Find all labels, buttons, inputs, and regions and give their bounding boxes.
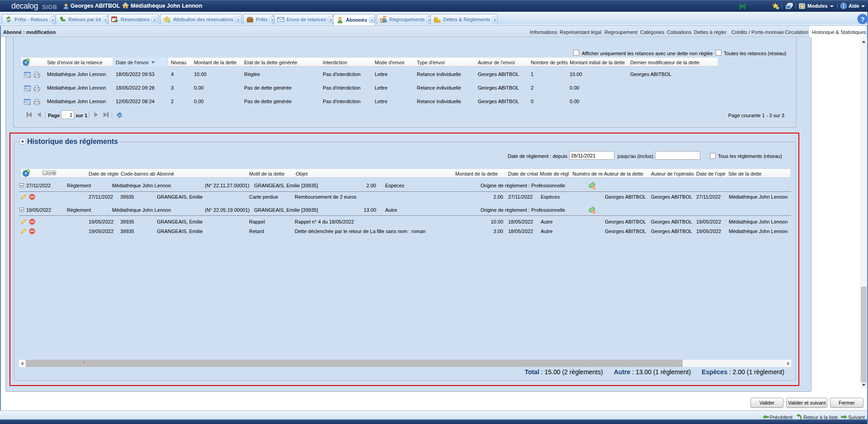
- svg-text:?: ?: [860, 15, 864, 23]
